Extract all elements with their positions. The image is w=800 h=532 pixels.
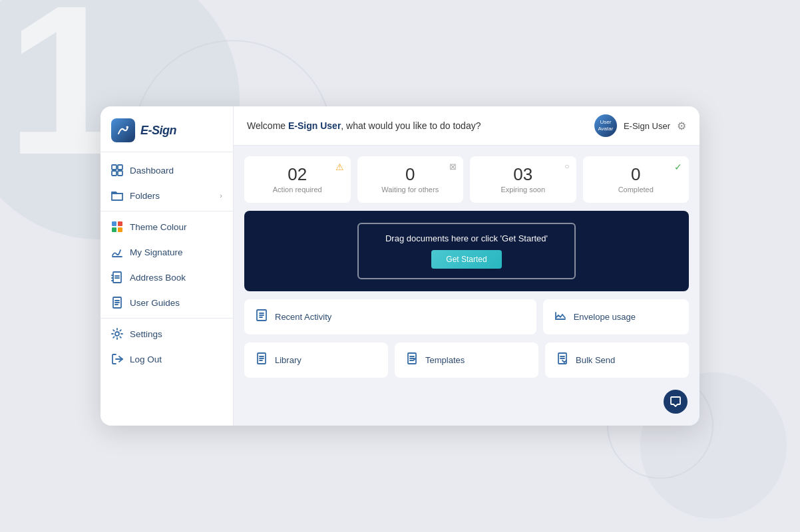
upload-drag-text: Drag documents here or click 'Get Starte… [385,233,548,243]
sidebar: E-Sign Dashboard Folders › [100,106,234,426]
main-content: Welcome E-Sign User, what would you like… [234,106,700,426]
user-name: E-Sign User [624,121,670,131]
warning-icon: ⚠ [335,162,344,172]
sidebar-item-address-book[interactable]: Address Book [100,265,233,290]
recent-activity-card[interactable]: Recent Activity [244,299,536,334]
folders-icon [111,190,123,201]
sidebar-label-my-signature: My Signature [130,247,183,257]
templates-tile[interactable]: Templates [395,342,538,378]
stat-number-waiting: 0 [405,166,415,183]
svg-rect-6 [118,221,122,226]
stat-card-completed[interactable]: ✓ 0 Completed [583,156,690,203]
welcome-prefix: Welcome [247,120,288,131]
welcome-suffix: , what would you like to do today? [341,120,481,131]
library-icon [255,352,268,368]
svg-point-20 [115,332,119,336]
header: Welcome E-Sign User, what would you like… [234,106,700,146]
gear-icon[interactable]: ⚙ [677,120,686,132]
sidebar-item-user-guides[interactable]: User Guides [100,290,233,315]
stat-card-expiring[interactable]: ○ 03 Expiring soon [470,156,576,203]
upload-inner: Drag documents here or click 'Get Starte… [357,223,576,279]
stat-number-completed: 0 [631,166,640,183]
svg-rect-5 [112,221,116,226]
guides-icon [111,297,123,309]
app-card: E-Sign Dashboard Folders › [100,106,700,426]
stat-number-action: 02 [288,166,307,183]
envelope-usage-icon [554,309,567,325]
library-tile[interactable]: Library [244,342,388,378]
sidebar-item-dashboard[interactable]: Dashboard [100,158,233,183]
chevron-right-icon: › [220,192,222,200]
library-label: Library [275,355,301,365]
svg-rect-2 [118,165,122,170]
sidebar-item-log-out[interactable]: Log Out [100,346,233,372]
nav-divider-2 [100,318,233,319]
bulk-send-icon [556,352,569,368]
signature-icon [111,246,123,258]
envelope-usage-card[interactable]: Envelope usage [543,299,689,334]
get-started-button[interactable]: Get Started [431,250,501,269]
content-area: ⚠ 02 Action required ⊠ 0 Waiting for oth… [234,146,700,426]
theme-icon [111,221,123,233]
stat-label-action: Action required [273,186,322,194]
sidebar-label-address-book: Address Book [130,273,186,283]
dashboard-icon [111,164,123,176]
sidebar-item-my-signature[interactable]: My Signature [100,239,233,265]
svg-rect-10 [113,272,121,283]
avatar: UserAvatar [594,114,617,137]
svg-point-0 [126,126,128,128]
stats-row: ⚠ 02 Action required ⊠ 0 Waiting for oth… [244,156,689,203]
sidebar-item-theme-colour[interactable]: Theme Colour [100,214,233,239]
stat-card-waiting[interactable]: ⊠ 0 Waiting for others [357,156,464,203]
stat-label-waiting: Waiting for others [381,186,439,194]
welcome-user: E-Sign User [288,120,341,131]
logo-area: E-Sign [100,106,233,152]
recent-activity-icon [255,309,268,325]
upload-zone: Drag documents here or click 'Get Starte… [244,211,689,291]
svg-rect-1 [112,165,116,170]
bottom-row: Recent Activity Envelope usage [244,299,689,334]
sidebar-label-theme-colour: Theme Colour [130,222,187,232]
bulk-send-tile[interactable]: Bulk Send [545,342,689,378]
welcome-text: Welcome E-Sign User, what would you like… [247,120,481,131]
svg-rect-3 [112,171,116,176]
clock-icon: ○ [564,162,569,171]
sidebar-label-user-guides: User Guides [130,298,180,308]
stat-card-action-required[interactable]: ⚠ 02 Action required [244,156,351,203]
svg-rect-8 [118,227,122,232]
chat-button[interactable] [664,390,688,414]
nav-menu: Dashboard Folders › Theme Colour [100,152,233,426]
bulk-send-label: Bulk Send [576,355,615,365]
stat-number-expiring: 03 [513,166,532,183]
sidebar-label-dashboard: Dashboard [130,166,174,176]
recent-activity-label: Recent Activity [275,312,331,322]
sidebar-label-settings: Settings [130,329,162,339]
logout-icon [111,353,123,365]
checkmark-icon: ✓ [674,162,682,172]
sidebar-item-settings[interactable]: Settings [100,321,233,346]
tiles-row: Library Templates [244,342,689,378]
nav-divider-1 [100,211,233,211]
sidebar-label-log-out: Log Out [130,354,162,364]
logo-icon [111,118,135,142]
settings-icon [111,328,123,340]
sidebar-item-folders[interactable]: Folders › [100,183,233,208]
user-area: UserAvatar E-Sign User ⚙ [594,114,686,137]
address-book-icon [111,271,123,283]
svg-rect-7 [112,227,116,232]
hourglass-icon: ⊠ [449,162,457,172]
stat-label-expiring: Expiring soon [500,186,545,194]
envelope-usage-label: Envelope usage [574,312,636,322]
svg-rect-4 [118,171,122,176]
stat-label-completed: Completed [618,186,654,194]
templates-label: Templates [425,355,465,365]
sidebar-label-folders: Folders [130,191,160,201]
logo-text: E-Sign [140,124,176,138]
templates-icon [405,352,419,368]
